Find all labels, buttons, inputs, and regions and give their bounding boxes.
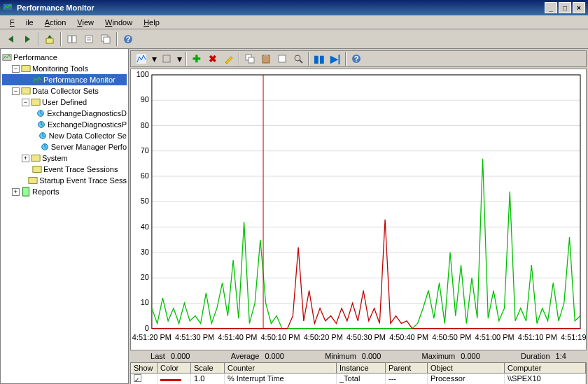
tree-user-item[interactable]: ExchangeDiagnosticsP xyxy=(2,119,127,130)
svg-line-32 xyxy=(300,60,302,63)
add-counter-button[interactable]: ✚ xyxy=(189,51,204,66)
menu-window[interactable]: Window xyxy=(99,17,138,28)
svg-text:80: 80 xyxy=(141,121,149,129)
svg-text:50: 50 xyxy=(141,197,149,205)
tree-root[interactable]: Performance xyxy=(2,52,127,63)
dropdown-button[interactable]: ▾ xyxy=(150,51,158,66)
tree-user-item[interactable]: New Data Collector Se xyxy=(2,130,127,141)
svg-text:4:50:30 PM: 4:50:30 PM xyxy=(346,333,386,341)
svg-rect-13 xyxy=(33,77,41,83)
svg-text:4:51:00 PM: 4:51:00 PM xyxy=(475,333,514,341)
help-button[interactable]: ? xyxy=(120,31,136,47)
tree-data-collector-sets[interactable]: −Data Collector Sets xyxy=(2,85,127,97)
delete-counter-button[interactable]: ✖ xyxy=(205,51,220,66)
up-button[interactable] xyxy=(42,31,57,47)
copy-button[interactable] xyxy=(242,51,258,66)
svg-rect-22 xyxy=(29,178,37,184)
arrow-left-icon xyxy=(8,36,13,43)
main-toolbar: ? xyxy=(0,29,588,49)
chart-area[interactable]: 01020304050607080901004:51:20 PM4:51:30 … xyxy=(130,69,587,350)
dropdown2-button[interactable]: ▾ xyxy=(175,51,183,66)
window-title: Performance Monitor xyxy=(17,3,545,12)
menubar: File Action View Window Help xyxy=(0,15,588,29)
svg-text:4:50:40 PM: 4:50:40 PM xyxy=(389,333,428,341)
svg-rect-23 xyxy=(23,187,29,196)
svg-text:60: 60 xyxy=(141,171,149,180)
titlebar: Performance Monitor _ □ × xyxy=(0,0,588,15)
svg-text:4:51:19 PM: 4:51:19 PM xyxy=(561,333,586,341)
tree-user-item[interactable]: ExchangeDiagnosticsD xyxy=(2,108,127,119)
svg-text:4:50:50 PM: 4:50:50 PM xyxy=(432,333,471,341)
zoom-button[interactable] xyxy=(290,51,306,66)
svg-text:4:51:30 PM: 4:51:30 PM xyxy=(175,333,214,341)
menu-help[interactable]: Help xyxy=(138,17,165,28)
navigation-tree[interactable]: Performance −Monitoring Tools Performanc… xyxy=(0,49,129,384)
chart-help-button[interactable]: ? xyxy=(349,51,364,66)
svg-point-31 xyxy=(295,55,300,61)
tree-event-trace-sessions[interactable]: Event Trace Sessions xyxy=(2,164,127,175)
svg-rect-2 xyxy=(68,36,71,43)
svg-text:30: 30 xyxy=(141,248,149,256)
svg-rect-24 xyxy=(136,54,146,64)
svg-text:4:50:20 PM: 4:50:20 PM xyxy=(304,333,343,341)
svg-rect-20 xyxy=(31,155,40,162)
svg-text:20: 20 xyxy=(141,273,149,281)
tree-system[interactable]: +System xyxy=(2,152,127,164)
counter-table-row[interactable]: 1.0 % Interrupt Time _Total --- Processo… xyxy=(130,374,587,384)
svg-rect-30 xyxy=(279,55,286,62)
svg-rect-29 xyxy=(264,55,268,57)
tree-performance-monitor[interactable]: Performance Monitor xyxy=(2,74,127,85)
svg-rect-15 xyxy=(31,99,40,106)
counter-table-header[interactable]: Show Color Scale Counter Instance Parent… xyxy=(130,362,587,374)
new-window-button[interactable] xyxy=(98,31,113,47)
close-button[interactable]: × xyxy=(573,2,585,13)
svg-text:4:51:10 PM: 4:51:10 PM xyxy=(518,333,557,341)
svg-text:90: 90 xyxy=(141,95,149,104)
color-swatch xyxy=(160,379,181,381)
svg-rect-21 xyxy=(33,166,41,173)
svg-text:4:51:40 PM: 4:51:40 PM xyxy=(218,333,257,341)
svg-text:?: ? xyxy=(126,35,131,43)
highlight-button[interactable] xyxy=(221,51,237,66)
properties-chart-button[interactable] xyxy=(274,51,290,66)
line-chart: 01020304050607080901004:51:20 PM4:51:30 … xyxy=(131,69,586,350)
svg-rect-27 xyxy=(248,57,254,63)
show-hide-tree-button[interactable] xyxy=(64,31,80,47)
svg-text:10: 10 xyxy=(141,298,149,306)
svg-rect-11 xyxy=(3,55,11,61)
svg-rect-4 xyxy=(85,36,92,43)
show-checkbox[interactable] xyxy=(134,374,141,382)
app-icon xyxy=(3,2,14,13)
tree-reports[interactable]: +Reports xyxy=(2,186,127,197)
back-button[interactable] xyxy=(3,31,18,47)
properties-button[interactable] xyxy=(81,31,97,47)
svg-rect-25 xyxy=(163,55,170,62)
menu-file[interactable]: File xyxy=(4,17,39,28)
paste-button[interactable] xyxy=(258,51,274,66)
arrow-right-icon xyxy=(25,36,30,43)
minimize-button[interactable]: _ xyxy=(545,2,557,13)
tree-startup-event-trace[interactable]: Startup Event Trace Sess xyxy=(2,175,127,186)
svg-rect-8 xyxy=(104,37,110,43)
svg-rect-0 xyxy=(4,4,12,10)
forward-button[interactable] xyxy=(20,31,35,47)
chart-toolbar: ▾ ▾ ✚ ✖ ▮▮ ▶| ? xyxy=(130,50,587,67)
tree-user-defined[interactable]: −User Defined xyxy=(2,97,127,108)
svg-text:4:50:10 PM: 4:50:10 PM xyxy=(261,333,300,341)
svg-text:40: 40 xyxy=(141,222,149,231)
counter-type-button[interactable] xyxy=(159,51,174,66)
svg-text:70: 70 xyxy=(141,146,149,155)
update-button[interactable]: ▶| xyxy=(328,51,343,66)
menu-action[interactable]: Action xyxy=(39,17,72,28)
svg-rect-1 xyxy=(46,38,53,43)
svg-rect-14 xyxy=(22,88,30,94)
stats-bar: Last0.000 Average0.000 Minimum0.000 Maxi… xyxy=(130,352,587,361)
view-graph-button[interactable] xyxy=(134,51,149,66)
maximize-button[interactable]: □ xyxy=(559,2,571,13)
freeze-button[interactable]: ▮▮ xyxy=(312,51,327,66)
tree-monitoring-tools[interactable]: −Monitoring Tools xyxy=(2,63,127,74)
svg-text:?: ? xyxy=(354,55,359,63)
svg-text:100: 100 xyxy=(136,70,149,78)
menu-view[interactable]: View xyxy=(71,17,99,28)
tree-user-item[interactable]: Server Manager Perfo xyxy=(2,141,127,152)
